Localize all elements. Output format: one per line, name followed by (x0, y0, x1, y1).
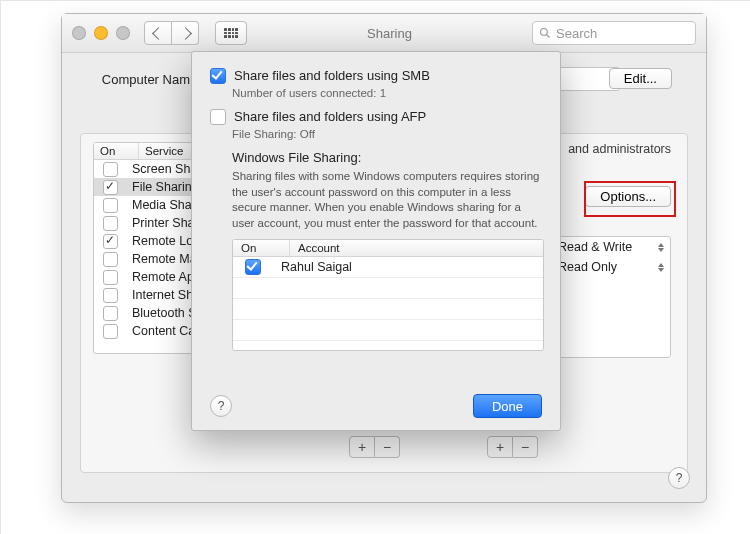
svg-point-0 (541, 29, 548, 36)
col-on: On (233, 240, 290, 256)
updown-icon (658, 263, 664, 272)
account-checkbox[interactable] (245, 259, 261, 275)
svg-line-1 (547, 35, 550, 38)
permission-row[interactable]: Read & Write (552, 237, 670, 257)
grid-icon (224, 28, 238, 38)
chevron-left-icon (152, 27, 165, 40)
edit-button[interactable]: Edit... (609, 68, 672, 89)
titlebar: Sharing Search (62, 14, 706, 53)
remove-user-button[interactable]: − (513, 436, 538, 458)
permissions-list[interactable]: Read & Write Read Only (551, 236, 671, 358)
service-checkbox[interactable] (103, 234, 118, 249)
account-row (233, 299, 543, 320)
permission-label: Read Only (558, 260, 617, 274)
smb-checkbox[interactable] (210, 68, 226, 84)
file-sharing-options-sheet: Share files and folders using SMB Number… (191, 51, 561, 431)
window-minimize[interactable] (94, 26, 108, 40)
help-button[interactable]: ? (668, 467, 690, 489)
wfs-description: Sharing files with some Windows computer… (232, 169, 542, 231)
service-checkbox[interactable] (103, 270, 118, 285)
permission-row[interactable]: Read Only (552, 257, 670, 277)
afp-label: Share files and folders using AFP (234, 109, 426, 124)
account-row[interactable]: Rahul Saigal (233, 257, 543, 278)
col-account: Account (290, 240, 543, 256)
updown-icon (658, 243, 664, 252)
permission-label: Read & Write (558, 240, 632, 254)
service-checkbox[interactable] (103, 306, 118, 321)
smb-sub: Number of users connected: 1 (232, 87, 542, 99)
afp-checkbox[interactable] (210, 109, 226, 125)
nav-back-button[interactable] (144, 21, 172, 45)
add-user-button[interactable]: + (487, 436, 513, 458)
col-on: On (94, 143, 139, 159)
done-button[interactable]: Done (473, 394, 542, 418)
sheet-help-button[interactable]: ? (210, 395, 232, 417)
account-row (233, 320, 543, 341)
service-checkbox[interactable] (103, 288, 118, 303)
service-checkbox[interactable] (103, 162, 118, 177)
search-placeholder: Search (556, 26, 597, 41)
service-checkbox[interactable] (103, 180, 118, 195)
accounts-header: On Account (233, 240, 543, 257)
search-icon (539, 27, 551, 39)
service-checkbox[interactable] (103, 198, 118, 213)
afp-sub: File Sharing: Off (232, 128, 542, 140)
window-title: Sharing (255, 26, 524, 41)
add-folder-button[interactable]: + (349, 436, 375, 458)
users-add-remove: + − (487, 436, 538, 458)
smb-label: Share files and folders using SMB (234, 68, 430, 83)
service-checkbox[interactable] (103, 252, 118, 267)
account-row (233, 278, 543, 299)
service-checkbox[interactable] (103, 324, 118, 339)
nav-forward-button[interactable] (172, 21, 199, 45)
access-info-text: and administrators (568, 142, 671, 156)
options-button[interactable]: Options... (585, 186, 671, 207)
chevron-right-icon (179, 27, 192, 40)
show-all-button[interactable] (215, 21, 247, 45)
remove-folder-button[interactable]: − (375, 436, 400, 458)
shared-folders-add-remove: + − (349, 436, 400, 458)
service-checkbox[interactable] (103, 216, 118, 231)
computer-name-label: Computer Nam (80, 72, 190, 87)
search-field[interactable]: Search (532, 21, 696, 45)
wfs-heading: Windows File Sharing: (232, 150, 542, 165)
window-close[interactable] (72, 26, 86, 40)
accounts-table: On Account Rahul Saigal (232, 239, 544, 351)
nav-back-forward (144, 21, 199, 45)
account-name: Rahul Saigal (273, 260, 543, 274)
window-zoom[interactable] (116, 26, 130, 40)
